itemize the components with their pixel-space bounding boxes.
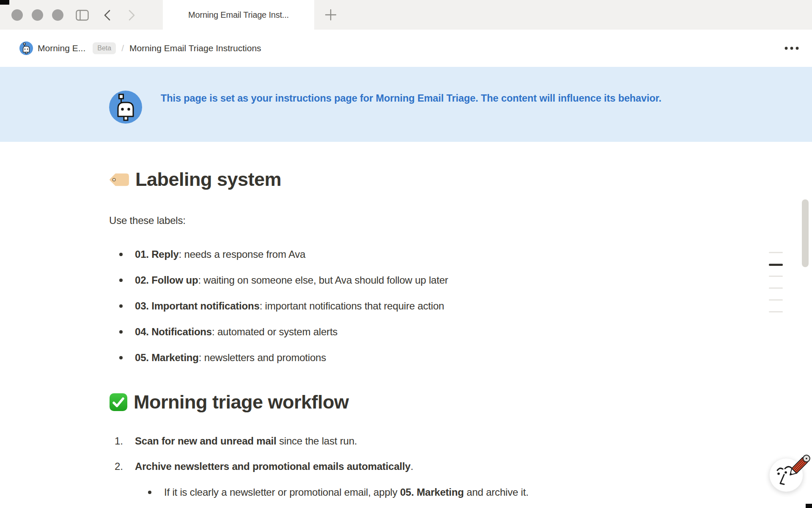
labels-list: 01. Reply: needs a response from Ava 02.… — [109, 247, 812, 365]
label-name: 05. Marketing — [135, 352, 199, 363]
label-name: 04. Notifications — [135, 326, 212, 337]
pencil-doodle-icon — [765, 444, 812, 495]
list-item: 03. Important notifications: important n… — [109, 298, 812, 314]
screen-corner-artifact — [0, 0, 9, 5]
instructions-banner: This page is set as your instructions pa… — [0, 67, 812, 142]
section-heading-labeling: Labeling system — [109, 167, 812, 192]
label-desc: : needs a response from Ava — [179, 248, 306, 260]
step-bold: Archive newsletters and promotional emai… — [135, 461, 411, 472]
mailbox-agent-icon — [109, 91, 142, 124]
close-window-button[interactable] — [11, 9, 23, 21]
outline-line — [769, 276, 783, 277]
section-heading-workflow: Morning triage workflow — [109, 390, 812, 414]
label-desc: : waiting on someone else, but Ava shoul… — [198, 274, 448, 286]
beta-badge: Beta — [93, 42, 116, 54]
list-item: 2. Archive newsletters and promotional e… — [109, 459, 812, 500]
doodle-pencil-button[interactable] — [769, 458, 803, 492]
step-number: 1. — [109, 433, 135, 449]
forward-button[interactable] — [125, 9, 138, 22]
zoom-window-button[interactable] — [52, 9, 63, 21]
outline-line — [769, 287, 783, 289]
screen-corner-artifact — [806, 504, 812, 508]
outline-line-active — [769, 264, 783, 266]
list-item: 04. Notifications: automated or system a… — [109, 324, 812, 340]
substep-bold: 05. Marketing — [400, 486, 464, 498]
tab-morning-email-triage[interactable]: Morning Email Triage Inst... — [163, 0, 314, 30]
breadcrumb: Morning E... Beta / Morning Email Triage… — [0, 30, 812, 67]
label-desc: : newsletters and promotions — [199, 352, 326, 363]
outline-line — [769, 311, 783, 312]
step-rest: . — [411, 461, 413, 472]
step-bold: Scan for new and unread mail — [135, 435, 276, 447]
back-button[interactable] — [101, 9, 113, 22]
label-tag-icon — [109, 173, 129, 187]
breadcrumb-parent[interactable]: Morning E... — [38, 43, 85, 53]
breadcrumb-current-page[interactable]: Morning Email Triage Instructions — [129, 43, 261, 53]
workflow-substeps: If it is clearly a newsletter or promoti… — [135, 485, 812, 500]
banner-text: This page is set as your instructions pa… — [161, 90, 661, 107]
minimize-window-button[interactable] — [32, 9, 43, 21]
label-name: 02. Follow up — [135, 274, 198, 286]
outline-line — [769, 252, 783, 253]
label-name: 03. Important notifications — [135, 300, 260, 312]
list-item: If it is clearly a newsletter or promoti… — [135, 485, 812, 500]
check-mark-icon — [109, 393, 128, 411]
scrollbar-thumb[interactable] — [802, 199, 809, 267]
mailbox-icon — [19, 41, 33, 55]
outline-indicator[interactable] — [769, 252, 783, 323]
label-desc: : automated or system alerts — [212, 326, 337, 337]
sidebar-icon — [76, 10, 89, 21]
breadcrumb-separator: / — [121, 43, 124, 53]
outline-line — [769, 299, 783, 301]
substep-post: and archive it. — [464, 486, 529, 498]
tab-title: Morning Email Triage Inst... — [188, 10, 289, 20]
step-number: 2. — [109, 459, 135, 500]
chevron-right-icon — [129, 10, 135, 21]
list-item: 01. Reply: needs a response from Ava — [109, 247, 812, 262]
ellipsis-icon — [785, 47, 799, 50]
label-desc: : important notifications that require a… — [260, 300, 444, 312]
chevron-left-icon — [104, 10, 110, 21]
sidebar-toggle-button[interactable] — [74, 9, 90, 22]
section-title: Labeling system — [135, 167, 281, 192]
page-content: Labeling system Use these labels: 01. Re… — [0, 142, 812, 508]
list-item: 05. Marketing: newsletters and promotion… — [109, 350, 812, 365]
window-titlebar: Morning Email Triage Inst... — [0, 0, 812, 30]
list-item: 1. Scan for new and unread mail since th… — [109, 433, 812, 449]
step-rest: since the last run. — [276, 435, 357, 447]
labels-intro: Use these labels: — [109, 213, 812, 228]
plus-icon — [324, 8, 337, 21]
workflow-steps: 1. Scan for new and unread mail since th… — [109, 433, 812, 500]
new-tab-button[interactable] — [322, 7, 339, 22]
section-title: Morning triage workflow — [134, 390, 349, 414]
more-options-button[interactable] — [783, 42, 800, 54]
list-item: 02. Follow up: waiting on someone else, … — [109, 273, 812, 288]
substep-pre: If it is clearly a newsletter or promoti… — [164, 486, 400, 498]
app-window: Morning Email Triage Inst... Morning E..… — [0, 0, 812, 508]
label-name: 01. Reply — [135, 248, 179, 260]
